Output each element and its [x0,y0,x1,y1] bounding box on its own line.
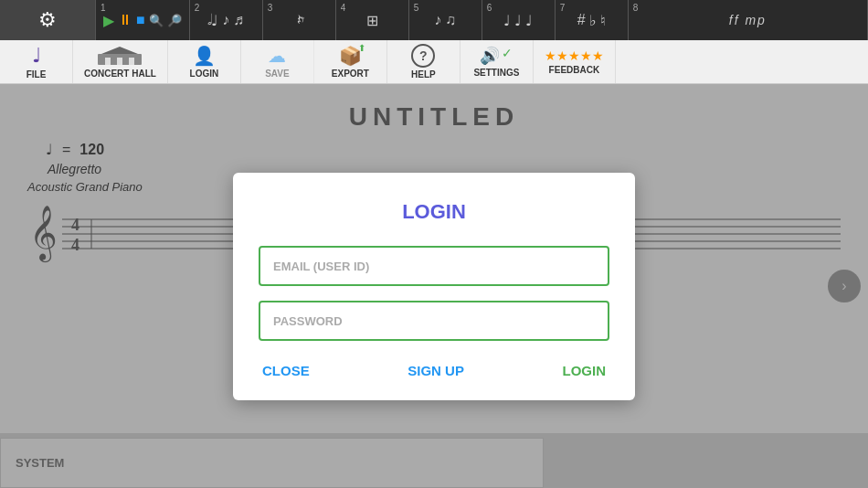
svg-rect-2 [105,58,111,65]
pause-icon: ⏸ [118,12,132,28]
settings-icons: 🔊 ✓ [480,46,513,66]
natural-icon: ♮ [600,12,606,29]
section-7-icons: # ♭ ♮ [577,12,606,29]
beam-icon: ♫ [445,12,456,28]
zoom-in-icon: 🔍 [149,14,164,27]
gear-icon: ⚙ [38,8,57,32]
settings-label: SETTINGS [473,68,519,78]
modal-overlay: LOGIN CLOSE SIGN UP LOGIN [0,84,868,488]
toolbar-section-1[interactable]: 1 ▶ ⏸ ■ 🔍 🔎 [96,0,190,40]
section-num-4: 4 [341,3,346,13]
grid-icon: ⊞ [366,12,378,29]
modal-login-button[interactable]: LOGIN [563,363,607,378]
section-8-icons: ff mp [729,13,767,27]
section-6-icons: ♩ ♩ ♩ [503,12,533,29]
signup-button[interactable]: SIGN UP [408,363,464,378]
slur-icon-2: ♩ [514,12,522,29]
save-label: SAVE [265,69,290,79]
password-input[interactable] [259,301,609,341]
file-button[interactable]: ♩ FILE [0,40,73,83]
section-num-3: 3 [268,3,273,13]
email-input[interactable] [259,246,609,286]
note-icon-4: ♬ [233,12,244,28]
toolbar-section-6[interactable]: 6 ♩ ♩ ♩ [482,0,556,40]
section-num-1: 1 [101,3,106,13]
feedback-button[interactable]: ★★★★★ FEEDBACK [534,40,616,83]
check-icon: ✓ [502,46,513,66]
second-toolbar: ♩ FILE CONCERT HALL 👤 LOGIN ☁ SAVE 📦 ⬆ E… [0,40,868,84]
login-modal: LOGIN CLOSE SIGN UP LOGIN [233,173,635,400]
toolbar-section-7[interactable]: 7 # ♭ ♮ [556,0,629,40]
section-3-icons: 𝄽 𝄾 [297,12,301,28]
toolbar-sections: 1 ▶ ⏸ ■ 🔍 🔎 2 𝅗𝅥 ♩ ♪ ♬ 3 𝄽 𝄾 [96,0,868,40]
settings-button[interactable]: 🔊 ✓ SETTINGS [460,40,534,83]
concert-hall-icon [96,45,143,67]
eighth-note-icon: ♪ [434,12,441,28]
login-label: LOGIN [190,69,219,79]
export-icon: 📦 ⬆ [339,45,362,67]
close-button[interactable]: CLOSE [262,363,310,378]
export-label: EXPORT [332,69,369,79]
stop-icon: ■ [136,12,145,28]
play-icon: ▶ [103,12,114,29]
toolbar-section-5[interactable]: 5 ♪ ♫ [409,0,482,40]
slur-icon-1: ♩ [503,12,511,29]
modal-title: LOGIN [259,200,609,224]
dynamics-icon: ff mp [729,13,767,27]
section-num-5: 5 [414,3,419,13]
zoom-out-icon: 🔎 [167,14,182,27]
feedback-stars: ★★★★★ [545,48,604,63]
file-music-icon: ♩ [32,44,41,68]
modal-actions: CLOSE SIGN UP LOGIN [259,363,609,378]
toolbar-section-3[interactable]: 3 𝄽 𝄾 [263,0,336,40]
login-button[interactable]: 👤 LOGIN [168,40,241,83]
section-4-icons: ⊞ [366,12,378,29]
save-button[interactable]: ☁ SAVE [241,40,314,83]
note-icon-2: ♩ [211,12,218,29]
toolbar-section-2[interactable]: 2 𝅗𝅥 ♩ ♪ ♬ [190,0,263,40]
file-label: FILE [26,69,47,80]
gear-section[interactable]: ⚙ [0,0,96,40]
help-button[interactable]: ? HELP [387,40,460,83]
svg-rect-3 [117,58,122,65]
top-toolbar: ⚙ 1 ▶ ⏸ ■ 🔍 🔎 2 𝅗𝅥 ♩ ♪ ♬ 3 𝄽 [0,0,868,40]
volume-icon: 🔊 [480,46,500,66]
toolbar-section-8[interactable]: 8 ff mp [629,0,868,40]
feedback-label: FEEDBACK [549,65,600,75]
note-icon-3: ♪ [222,12,229,28]
sharp-icon: # [577,12,586,28]
flat-icon: ♭ [589,12,597,29]
login-user-icon: 👤 [193,45,216,67]
save-cloud-icon: ☁ [268,45,286,67]
main-content: UNTITLED ♩ = 120 Allegretto Acoustic Gra… [0,84,868,488]
section-5-icons: ♪ ♫ [434,12,456,28]
toolbar-section-4[interactable]: 4 ⊞ [336,0,409,40]
section-num-7: 7 [560,3,566,13]
svg-marker-1 [101,47,138,54]
svg-rect-4 [129,58,134,65]
section-num-8: 8 [633,3,639,13]
section-1-icons: ▶ ⏸ ■ 🔍 🔎 [103,12,182,29]
concert-hall-button[interactable]: CONCERT HALL [73,40,168,83]
section-num-2: 2 [195,3,200,13]
slur-icon-3: ♩ [525,12,533,29]
help-label: HELP [411,69,436,80]
concert-hall-label: CONCERT HALL [84,69,156,79]
export-button[interactable]: 📦 ⬆ EXPORT [314,40,387,83]
section-num-6: 6 [487,3,492,13]
help-icon: ? [411,44,435,68]
section-2-icons: 𝅗𝅥 ♩ ♪ ♬ [207,12,244,29]
